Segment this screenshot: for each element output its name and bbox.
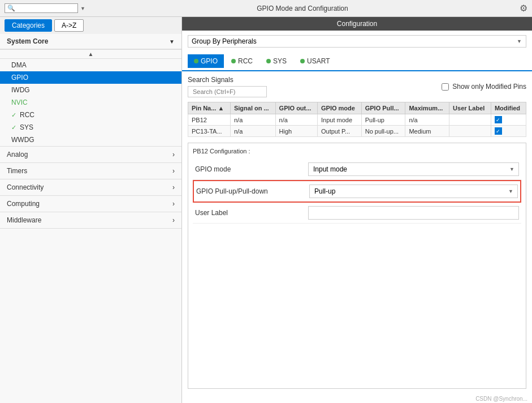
middleware-header[interactable]: Middleware › (0, 212, 181, 228)
dma-label: DMA (11, 61, 27, 69)
system-core-header[interactable]: System Core ▼ (0, 34, 181, 49)
connectivity-label: Connectivity (7, 183, 44, 191)
user-label-value (308, 206, 519, 220)
connectivity-section: Connectivity › (0, 179, 181, 196)
nav-item-gpio[interactable]: GPIO (0, 71, 181, 84)
table-row[interactable]: PC13-TA... n/a High Output P... No pull-… (188, 126, 526, 137)
cell-gpio-out-1: n/a (275, 114, 317, 126)
cell-modified-1: ✓ (491, 114, 526, 126)
col-gpio-mode[interactable]: GPIO mode (318, 102, 362, 114)
system-core-section: System Core ▼ ▲ DMA GPIO IWDG NVIC (0, 34, 181, 147)
table-row[interactable]: PB12 n/a n/a Input mode Pull-up n/a ✓ (188, 114, 526, 126)
cell-gpio-mode-1: Input mode (318, 114, 362, 126)
col-modified[interactable]: Modified (491, 102, 526, 114)
tab-row: Categories A->Z (0, 17, 181, 34)
gpio-pull-select[interactable]: No pull-up and no pull-down Pull-up Pull… (309, 185, 518, 198)
gpio-tab-sys[interactable]: SYS (260, 54, 293, 68)
nav-item-nvic[interactable]: NVIC (0, 96, 181, 109)
timers-header[interactable]: Timers › (0, 163, 181, 179)
analog-arrow: › (172, 151, 175, 158)
nav-item-rcc[interactable]: RCC (0, 109, 181, 121)
user-label-input[interactable] (308, 206, 519, 220)
computing-section: Computing › (0, 196, 181, 212)
gpio-mode-value: Input mode Output Push Pull Output Open … (308, 162, 519, 176)
usart-tab-label: USART (307, 57, 330, 65)
col-signal[interactable]: Signal on ... (230, 102, 275, 114)
nav-item-iwdg[interactable]: IWDG (0, 84, 181, 96)
modified-pins-checkbox[interactable] (442, 83, 449, 91)
analog-header[interactable]: Analog › (0, 147, 181, 162)
computing-arrow: › (172, 200, 175, 208)
search-box[interactable]: 🔍 (5, 3, 78, 13)
cell-gpio-mode-2: Output P... (318, 126, 362, 137)
sys-dot (266, 59, 271, 63)
cell-pin-1: PB12 (188, 114, 231, 126)
config-header: Configuration (182, 17, 532, 31)
right-panel: Configuration Group By Peripherals Group… (182, 17, 532, 403)
connectivity-header[interactable]: Connectivity › (0, 179, 181, 195)
cell-maximum-1: n/a (405, 114, 449, 126)
cell-modified-2: ✓ (491, 126, 526, 137)
group-by-select[interactable]: Group By Peripherals Group By IP (188, 35, 526, 48)
timers-section: Timers › (0, 163, 181, 179)
usart-dot (300, 59, 305, 63)
timers-arrow: › (172, 167, 175, 175)
search-input[interactable] (15, 5, 72, 12)
cell-gpio-out-2: High (275, 126, 317, 137)
cell-gpio-pull-2: No pull-up... (361, 126, 405, 137)
modified-pins-check[interactable]: Show only Modified Pins (442, 83, 526, 91)
dropdown-arrow[interactable]: ▼ (80, 6, 85, 11)
sys-label: SYS (20, 123, 33, 131)
cell-gpio-pull-1: Pull-up (361, 114, 405, 126)
gpio-mode-select[interactable]: Input mode Output Push Pull Output Open … (308, 162, 519, 176)
search-signals-area: Search Signals Show only Modified Pins (182, 71, 532, 102)
analog-section: Analog › (0, 147, 181, 163)
cell-pin-2: PC13-TA... (188, 126, 231, 137)
nav-item-dma[interactable]: DMA (0, 59, 181, 71)
middleware-arrow: › (172, 216, 175, 224)
search-signals-label: Search Signals (188, 76, 267, 84)
gpio-tabs: GPIO RCC SYS USART (182, 52, 532, 71)
system-core-chevron: ▼ (169, 38, 175, 45)
nav-item-sys[interactable]: SYS (0, 121, 181, 134)
signals-left: Search Signals (188, 76, 267, 97)
cell-user-label-2 (449, 126, 491, 137)
computing-label: Computing (7, 200, 40, 208)
search-signals-input[interactable] (188, 86, 267, 97)
gpio-tab-gpio[interactable]: GPIO (188, 54, 224, 68)
gpio-tab-label: GPIO (201, 57, 218, 65)
gpio-pull-row: GPIO Pull-up/Pull-down No pull-up and no… (193, 180, 521, 203)
computing-header[interactable]: Computing › (0, 196, 181, 212)
collapse-arrow[interactable]: ▲ (0, 49, 181, 59)
col-pin[interactable]: Pin Na... ▲ (188, 102, 231, 114)
group-by-wrapper: Group By Peripherals Group By IP (188, 35, 526, 48)
system-core-label: System Core (7, 37, 48, 45)
search-area: 🔍 ▼ (5, 3, 85, 13)
middleware-section: Middleware › (0, 212, 181, 229)
cell-signal-2: n/a (230, 126, 275, 137)
rcc-label: RCC (20, 111, 34, 119)
col-gpio-pull[interactable]: GPIO Pull... (361, 102, 405, 114)
pb12-config-title: PB12 Configuration : (193, 148, 521, 155)
gpio-tab-usart[interactable]: USART (294, 54, 336, 68)
connectivity-arrow: › (172, 183, 175, 191)
cell-user-label-1 (449, 114, 491, 126)
user-label-row: User Label (193, 203, 521, 224)
gpio-table-wrapper: Pin Na... ▲ Signal on ... GPIO out... GP… (182, 102, 532, 137)
search-icon: 🔍 (7, 5, 15, 12)
gpio-tab-rcc[interactable]: RCC (225, 54, 259, 68)
gear-icon[interactable]: ⚙ (520, 3, 527, 14)
tab-categories[interactable]: Categories (5, 19, 52, 32)
modified-checkbox-2: ✓ (495, 127, 502, 135)
nav-item-wwdg[interactable]: WWDG (0, 134, 181, 146)
col-maximum[interactable]: Maximum... (405, 102, 449, 114)
gpio-dot (194, 59, 198, 63)
sys-tab-label: SYS (273, 57, 287, 65)
main-layout: Categories A->Z System Core ▼ ▲ DMA GPIO… (0, 17, 532, 403)
nvic-label: NVIC (11, 98, 28, 106)
iwdg-label: IWDG (11, 86, 30, 94)
tab-atoz[interactable]: A->Z (54, 19, 84, 32)
col-user-label[interactable]: User Label (449, 102, 491, 114)
col-gpio-out[interactable]: GPIO out... (275, 102, 317, 114)
system-core-items: DMA GPIO IWDG NVIC RCC SYS WWDG (0, 59, 181, 146)
